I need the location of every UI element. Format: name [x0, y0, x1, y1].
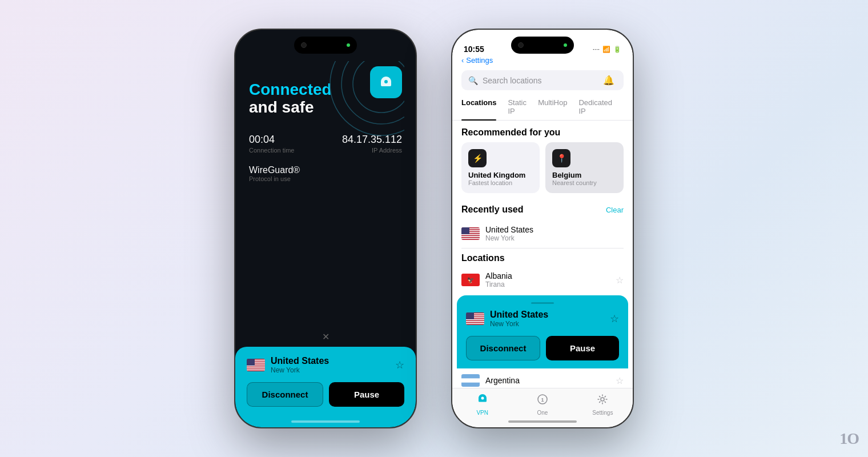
- albania-flag: 🦅: [461, 274, 480, 286]
- us-flag-recent: [461, 227, 480, 240]
- signal-dots: ····: [593, 46, 600, 53]
- power-button-2: [633, 133, 634, 184]
- location-country: United States: [271, 356, 329, 366]
- pause-button[interactable]: Pause: [329, 382, 404, 407]
- svg-rect-9: [247, 367, 265, 368]
- vpn-logo: [370, 66, 402, 98]
- recent-us-country: United States: [485, 225, 624, 234]
- location-city: New York: [271, 366, 329, 374]
- fastest-icon: ⚡: [468, 149, 487, 167]
- battery-icon: 🔋: [613, 46, 621, 53]
- phone1-screen: Connected and safe 00:04 Connection time…: [235, 30, 416, 427]
- search-icon: 🔍: [468, 76, 478, 85]
- activity-indicator-2: [564, 43, 567, 47]
- svg-rect-10: [247, 370, 265, 371]
- active-favorite-button[interactable]: ☆: [610, 312, 619, 325]
- tab-bar-settings[interactable]: Settings: [573, 393, 633, 416]
- tab-static-ip[interactable]: Static IP: [508, 94, 527, 120]
- connected-tagline: and safe: [249, 99, 402, 117]
- recommended-cards: ⚡ United Kingdom Fastest location 📍 Belg…: [452, 142, 633, 200]
- svg-rect-19: [461, 227, 469, 234]
- clear-button[interactable]: Clear: [606, 206, 624, 214]
- svg-rect-17: [461, 236, 480, 237]
- argentina-country: Argentina: [485, 376, 610, 385]
- search-bar[interactable]: 🔍 Search locations 🔔: [461, 70, 624, 90]
- dynamic-island: [294, 37, 357, 54]
- recent-us-item[interactable]: United States New York: [452, 219, 633, 248]
- home-indicator-2: [508, 420, 577, 423]
- albania-item[interactable]: 🦅 Albania Tirana ☆: [452, 266, 633, 294]
- tabs-bar: Locations Static IP MultiHop Dedicated I…: [452, 94, 633, 121]
- svg-text:1: 1: [541, 397, 544, 403]
- back-navigation[interactable]: ‹ Settings: [452, 54, 633, 67]
- ip-address-stat: 84.17.35.112 IP Address: [342, 134, 402, 154]
- drag-indicator: [531, 302, 554, 304]
- settings-tab-icon: [596, 393, 609, 408]
- active-pause-button[interactable]: Pause: [546, 336, 619, 360]
- svg-point-35: [601, 398, 604, 401]
- active-panel-location: United States New York ☆: [466, 310, 619, 328]
- tab-dedicated-ip[interactable]: Dedicated IP: [578, 94, 612, 120]
- active-location-container: United States New York ☆ Disconnect Paus…: [452, 295, 633, 368]
- close-button[interactable]: ✕: [235, 331, 416, 342]
- us-flag-icon: [247, 359, 265, 371]
- active-location-info: United States New York: [466, 310, 548, 328]
- phone2: 10:55 ···· 📶 🔋 ‹ Settings 🔍 Search locat…: [451, 29, 634, 428]
- phone2-main: 10:55 ···· 📶 🔋 ‹ Settings 🔍 Search locat…: [452, 30, 633, 427]
- svg-rect-18: [461, 238, 480, 239]
- active-connection-bar: United States New York ☆ Disconnect Paus…: [457, 295, 628, 368]
- protocol-section: WireGuard® Protocol in use: [249, 165, 402, 182]
- recent-us-city: New York: [485, 234, 624, 242]
- watermark: 1O: [839, 430, 859, 448]
- favorite-button[interactable]: ☆: [395, 359, 404, 371]
- bell-icon[interactable]: 🔔: [603, 75, 614, 86]
- recommended-belgium[interactable]: 📍 Belgium Nearest country: [545, 142, 624, 193]
- tab-bar-one[interactable]: 1 One: [512, 393, 572, 416]
- search-input[interactable]: Search locations: [483, 76, 542, 85]
- recommended-uk[interactable]: ⚡ United Kingdom Fastest location: [461, 142, 540, 193]
- svg-rect-11: [247, 359, 255, 366]
- belgium-country: Belgium: [552, 171, 617, 179]
- uk-country: United Kingdom: [468, 171, 533, 179]
- ip-address-label: IP Address: [342, 147, 402, 154]
- phone2-screen: 10:55 ···· 📶 🔋 ‹ Settings 🔍 Search locat…: [452, 30, 633, 427]
- svg-rect-27: [466, 321, 484, 322]
- svg-rect-29: [466, 312, 474, 319]
- nearest-icon: 📍: [552, 149, 570, 167]
- wifi-icon: 📶: [602, 46, 610, 53]
- svg-rect-26: [466, 319, 484, 320]
- tab-bar-vpn[interactable]: VPN: [452, 393, 512, 416]
- stats-section: 00:04 Connection time 84.17.35.112 IP Ad…: [249, 134, 402, 154]
- dynamic-island-2: [511, 37, 574, 54]
- svg-rect-8: [247, 366, 265, 367]
- svg-text:🦅: 🦅: [467, 276, 475, 284]
- tab-locations[interactable]: Locations: [461, 94, 496, 120]
- activity-indicator: [347, 43, 350, 47]
- protocol-label: Protocol in use: [249, 175, 402, 182]
- svg-rect-28: [466, 323, 484, 324]
- vpn-tab-icon: [476, 393, 489, 408]
- location-text: United States New York: [271, 356, 329, 374]
- argentina-item[interactable]: Argentina ☆: [452, 368, 633, 388]
- recently-used-header: Recently used Clear: [452, 200, 633, 219]
- recommended-header: Recommended for you: [452, 121, 633, 142]
- active-country: United States: [490, 310, 548, 320]
- connection-time-value: 00:04: [249, 134, 275, 145]
- active-panel-buttons: Disconnect Pause: [466, 336, 619, 360]
- vpn-tab-label: VPN: [476, 410, 488, 416]
- back-chevron-icon: ‹: [461, 56, 464, 65]
- action-buttons: Disconnect Pause: [247, 382, 404, 407]
- argentina-favorite-button[interactable]: ☆: [616, 375, 624, 386]
- tab-multihop[interactable]: MultiHop: [538, 94, 567, 120]
- svg-rect-16: [461, 234, 480, 235]
- svg-rect-31: [461, 378, 480, 382]
- albania-favorite-button[interactable]: ☆: [616, 275, 624, 286]
- ip-address-value: 84.17.35.112: [342, 134, 402, 145]
- locations-section-title: Locations: [452, 248, 633, 266]
- one-tab-label: One: [537, 410, 548, 416]
- status-icons: ···· 📶 🔋: [593, 46, 621, 53]
- disconnect-button[interactable]: Disconnect: [247, 382, 323, 407]
- camera-indicator-2: [518, 42, 524, 48]
- active-disconnect-button[interactable]: Disconnect: [466, 336, 540, 360]
- connection-time-stat: 00:04 Connection time: [249, 134, 295, 154]
